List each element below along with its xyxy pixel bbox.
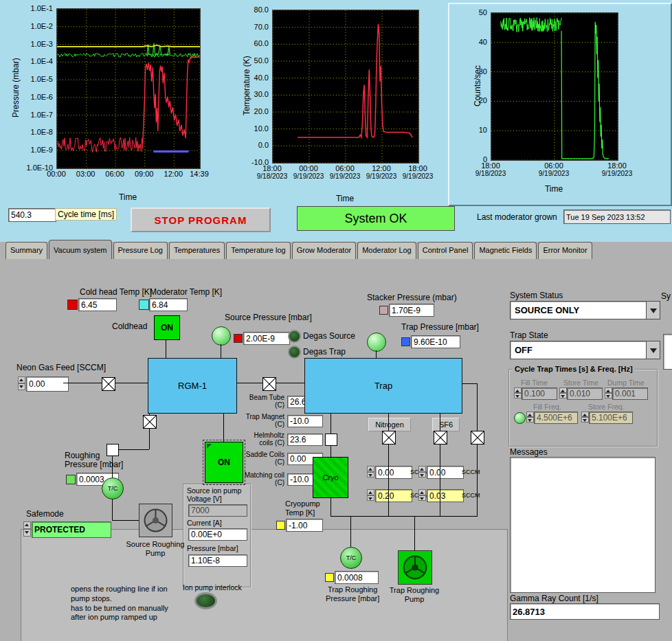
sf6-button[interactable]: SF6 [432, 418, 460, 431]
cryopump-label-2: Temp [K] [285, 508, 315, 517]
sf6-flow-set-spinner[interactable] [418, 466, 426, 477]
plot-area [56, 8, 201, 169]
safemode-label: Safemode [26, 509, 64, 519]
degas-trap-label: Degas Trap [303, 347, 346, 357]
x-tick-label: 18:00 [251, 164, 293, 172]
pressure-chart: Pressure (mbar) Time 1.0E-11.0E-21.0E-31… [1, 1, 228, 207]
trap-state-dropdown[interactable]: OFF [510, 341, 660, 359]
n2-flow-act-spinner[interactable] [367, 489, 374, 501]
top-section: Pressure (mbar) Time 1.0E-11.0E-21.0E-31… [0, 0, 672, 242]
ion-pump-state-label: ON [218, 458, 230, 467]
notes-text: opens the roughing line if ion pump stop… [71, 585, 194, 622]
system-status-dropdown[interactable]: SOURCE ONLY [510, 301, 660, 319]
dump-time-spinner[interactable] [605, 387, 612, 398]
beam-tube-label: Beam Tube (C) [242, 394, 284, 409]
cycle-trap-group-title: Cycle Trap Times [s] & Freq. [Hz] [513, 365, 635, 373]
fill-freq-input[interactable]: 4.500E+6 [534, 412, 578, 424]
labview-main-window: Pressure (mbar) Time 1.0E-11.0E-21.0E-31… [0, 0, 672, 641]
y-tick-label: 50.0 [231, 56, 269, 65]
nitrogen-valve-icon[interactable] [382, 431, 396, 445]
tab-error-monitor[interactable]: Error Monitor [538, 242, 592, 259]
stacker-pressure-led [379, 306, 388, 315]
y-tick-label: 20 [449, 96, 487, 104]
y-tick-label: 10 [449, 126, 487, 134]
tab-vacuum-system[interactable]: Vacuum system [49, 240, 111, 259]
fill-time-input[interactable]: 0.100 [522, 387, 557, 400]
ion-pump-current-label: Current [A] [187, 519, 222, 527]
tab-magnetic-fields[interactable]: Magnetic Fields [474, 242, 537, 259]
pump-impeller-icon [140, 505, 171, 536]
tab-grow-moderator[interactable]: Grow Moderator [292, 242, 356, 259]
store-time-spinner[interactable] [559, 387, 567, 398]
tab-temperature-log[interactable]: Temperature log [226, 242, 291, 259]
degas-source-led[interactable] [288, 330, 301, 343]
chevron-down-icon[interactable] [646, 341, 660, 359]
tab-moderator-log[interactable]: Moderator Log [357, 242, 416, 259]
neon-valve-icon[interactable] [102, 377, 115, 391]
source-roughing-pump-icon[interactable] [139, 504, 172, 537]
store-time-input[interactable]: 0.010 [567, 387, 603, 400]
safemode-value[interactable]: PROTECTED [32, 521, 111, 538]
sf6-flow-set-input[interactable]: 0.00 [427, 466, 464, 479]
coldhead-on-switch[interactable]: ON [154, 315, 180, 340]
x-tick-date-label: 9/18/2023 [469, 170, 513, 177]
pipe-line [166, 339, 166, 358]
trap-roughing-valve-icon[interactable] [471, 431, 484, 445]
trap-vessel: Trap [304, 358, 462, 414]
safemode-spinner[interactable] [23, 521, 31, 537]
trap-magnet-value: -10.0 [287, 415, 323, 427]
n2-flow-set-input[interactable]: 0.00 [375, 466, 412, 479]
dump-time-label: Dump Time [607, 379, 645, 387]
ion-pump-pressure-value: 1.10E-8 [188, 554, 247, 567]
ion-pump-on-switch[interactable]: ON [205, 442, 243, 483]
clipped-label: Sy [661, 291, 671, 301]
y-tick-label: 1.0E-6 [1, 93, 53, 101]
saddle-coils-label: Saddle Coils (C) [242, 451, 284, 466]
x-tick-label: 14:39 [179, 170, 220, 178]
source-roughing-valve-icon[interactable] [143, 415, 157, 429]
n2-flow-set-spinner[interactable] [367, 466, 374, 477]
source-pressure-value: 2.00E-9 [243, 332, 290, 345]
tab-summary[interactable]: Summary [5, 242, 47, 259]
neon-feed-input[interactable]: 0.00 [26, 376, 69, 392]
stop-program-button[interactable]: STOP PROGRAM [131, 207, 271, 232]
roughing-pressure-led [66, 475, 76, 484]
tab-pressure-log[interactable]: Pressure Log [113, 242, 168, 259]
source-pressure-gauge-icon [212, 326, 231, 346]
ion-pump-voltage-value: 7000 [188, 504, 247, 517]
dump-time-input[interactable]: 0.001 [612, 387, 648, 400]
fill-freq-spinner[interactable] [526, 412, 534, 423]
y-tick-label: 30.0 [231, 90, 269, 98]
beamline-valve-icon[interactable] [262, 377, 276, 391]
x-tick-label: 18:00 [397, 164, 438, 172]
plot-area [491, 12, 618, 161]
tab-control-panel[interactable]: Control Panel [418, 242, 473, 259]
tab-temperatures[interactable]: Temperatures [169, 242, 225, 259]
nitrogen-button[interactable]: Nitrogen [368, 418, 411, 431]
coldhead-label: Coldhead [112, 322, 147, 331]
degas-trap-led[interactable] [288, 346, 301, 359]
store-freq-spinner[interactable] [581, 412, 589, 423]
pipe-line [414, 516, 415, 550]
trap-thermocouple-icon: T/C [340, 547, 362, 569]
cryopump-temp-value: -1.00 [286, 519, 323, 532]
y-tick-label: 1.0E-4 [1, 57, 53, 65]
chevron-down-icon[interactable] [646, 302, 660, 319]
x-tick-date-label: 9/19/2023 [532, 170, 576, 177]
trap-roughing-pump-icon[interactable] [398, 550, 432, 585]
helmholtz-coils-value: 23.6 [287, 434, 323, 446]
system-status-value: SOURCE ONLY [515, 305, 579, 315]
x-tick-label: 12:00 [361, 164, 402, 172]
sf6-valve-icon[interactable] [434, 431, 447, 445]
sf6-flow-act-spinner[interactable] [418, 489, 426, 501]
store-freq-input[interactable]: 5.100E+6 [589, 412, 633, 424]
neon-feed-spinner[interactable] [18, 376, 25, 390]
fill-time-spinner[interactable] [514, 387, 522, 398]
x-tick-label: 18:00 [596, 161, 638, 170]
ion-pump-interlock-button[interactable] [194, 592, 217, 609]
tab-bar: SummaryVacuum systemPressure LogTemperat… [5, 242, 592, 259]
cycle-time-value: 540.3 [8, 208, 56, 222]
source-pressure-led [234, 334, 243, 343]
cryo-pump-box[interactable]: Cryo [313, 457, 348, 498]
messages-box [510, 457, 656, 593]
